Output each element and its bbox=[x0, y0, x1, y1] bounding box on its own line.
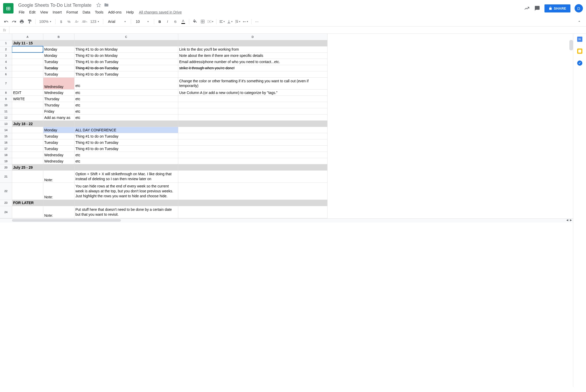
cell[interactable]: etc bbox=[74, 158, 178, 164]
number-format-select[interactable]: 123▼ bbox=[89, 19, 101, 24]
font-select[interactable]: Arial▼ bbox=[105, 19, 129, 24]
row-header[interactable]: 12 bbox=[0, 114, 12, 121]
row-header[interactable]: 9 bbox=[0, 96, 12, 102]
cell[interactable] bbox=[12, 171, 43, 183]
menu-edit[interactable]: Edit bbox=[27, 9, 38, 15]
row-header[interactable]: 18 bbox=[0, 152, 12, 158]
cell[interactable]: Use Column A (or add a new column) to ca… bbox=[178, 90, 327, 96]
menu-tools[interactable]: Tools bbox=[93, 9, 106, 15]
scrollbar-thumb[interactable] bbox=[12, 219, 121, 222]
row-header[interactable]: 11 bbox=[0, 108, 12, 114]
cell[interactable] bbox=[12, 71, 43, 77]
decrease-decimal-icon[interactable]: .0↙ bbox=[73, 18, 80, 25]
cell[interactable]: Add as many as bbox=[43, 114, 74, 121]
row-header[interactable]: 24 bbox=[0, 206, 12, 218]
keep-icon[interactable] bbox=[577, 48, 583, 54]
grid[interactable]: A B C D 1July 11 - 152MondayThing #1 to … bbox=[0, 34, 573, 387]
formula-input[interactable] bbox=[9, 26, 586, 33]
undo-icon[interactable] bbox=[3, 18, 10, 25]
cell[interactable]: Put stuff here that doesn't need to be d… bbox=[74, 206, 178, 218]
activity-icon[interactable] bbox=[524, 5, 530, 11]
row-header[interactable]: 8 bbox=[0, 90, 12, 96]
menu-format[interactable]: Format bbox=[64, 9, 80, 15]
menu-help[interactable]: Help bbox=[124, 9, 136, 15]
cell[interactable]: Wednesday bbox=[43, 158, 74, 164]
cell[interactable]: EDIT bbox=[12, 90, 43, 96]
cell[interactable] bbox=[178, 121, 327, 127]
cell[interactable] bbox=[12, 152, 43, 158]
cell[interactable] bbox=[178, 102, 327, 108]
scroll-right-icon[interactable]: ▶ bbox=[570, 219, 572, 221]
menu-addons[interactable]: Add-ons bbox=[106, 9, 124, 15]
cell[interactable] bbox=[178, 114, 327, 121]
cell[interactable] bbox=[12, 139, 43, 146]
increase-decimal-icon[interactable]: .00↘ bbox=[81, 18, 88, 25]
bold-icon[interactable]: B bbox=[156, 18, 163, 25]
cell[interactable]: Wednesday bbox=[43, 90, 74, 96]
cell[interactable]: Thing #1 to do on Tuesday bbox=[74, 133, 178, 139]
cell[interactable]: Tuesday bbox=[43, 146, 74, 152]
row-header[interactable]: 14 bbox=[0, 127, 12, 133]
col-header-D[interactable]: D bbox=[178, 34, 327, 40]
font-size-select[interactable]: 10▼ bbox=[133, 19, 152, 24]
cell[interactable]: Email address/phone number of who you ne… bbox=[178, 59, 327, 65]
cell[interactable]: Wednesday bbox=[43, 152, 74, 158]
row-header[interactable]: 19 bbox=[0, 158, 12, 164]
cell[interactable] bbox=[12, 108, 43, 114]
cell[interactable] bbox=[12, 114, 43, 121]
row-header[interactable]: 16 bbox=[0, 139, 12, 146]
row-header[interactable]: 5 bbox=[0, 65, 12, 71]
cell[interactable]: etc bbox=[74, 96, 178, 102]
cell[interactable] bbox=[178, 146, 327, 152]
cell[interactable]: Note: bbox=[43, 171, 74, 183]
cell[interactable] bbox=[12, 102, 43, 108]
italic-icon[interactable]: I bbox=[164, 18, 171, 25]
cell[interactable] bbox=[74, 164, 178, 171]
row-header[interactable]: 10 bbox=[0, 102, 12, 108]
cell[interactable]: etc bbox=[74, 77, 178, 90]
cell[interactable] bbox=[178, 96, 327, 102]
cell[interactable]: Note: bbox=[43, 183, 74, 200]
row-header[interactable]: 23 bbox=[0, 200, 12, 206]
cell[interactable] bbox=[178, 108, 327, 114]
share-button[interactable]: SHARE bbox=[544, 4, 570, 12]
cell[interactable] bbox=[74, 121, 178, 127]
vertical-align-icon[interactable]: ▼ bbox=[226, 18, 234, 25]
menu-data[interactable]: Data bbox=[80, 9, 92, 15]
comment-icon[interactable] bbox=[534, 5, 540, 11]
col-header-C[interactable]: C bbox=[74, 34, 178, 40]
cell[interactable]: strike it through when you're done! bbox=[178, 65, 327, 71]
horizontal-scrollbar[interactable]: ◀▶ bbox=[0, 218, 573, 222]
select-all-corner[interactable] bbox=[0, 34, 12, 40]
cell[interactable]: Note about the item if there are more sp… bbox=[178, 52, 327, 59]
cell[interactable]: etc bbox=[74, 102, 178, 108]
row-header[interactable]: 20 bbox=[0, 164, 12, 171]
fill-color-icon[interactable] bbox=[191, 18, 199, 25]
text-wrap-icon[interactable]: ▼ bbox=[234, 18, 241, 25]
row-header[interactable]: 7 bbox=[0, 77, 12, 90]
cell[interactable]: Thing #3 to do on Tuesday bbox=[74, 71, 178, 77]
cell[interactable]: etc bbox=[74, 90, 178, 96]
cell[interactable]: Thing #2 to do on Monday bbox=[74, 52, 178, 59]
folder-icon[interactable] bbox=[104, 3, 109, 8]
cell[interactable]: Friday bbox=[43, 108, 74, 114]
cell[interactable] bbox=[178, 206, 327, 218]
cell[interactable]: Monday bbox=[43, 127, 74, 133]
menu-insert[interactable]: Insert bbox=[51, 9, 64, 15]
cell[interactable] bbox=[12, 133, 43, 139]
row-header[interactable]: 21 bbox=[0, 171, 12, 183]
cell[interactable] bbox=[12, 65, 43, 71]
cell[interactable] bbox=[43, 40, 74, 46]
paint-format-icon[interactable] bbox=[26, 18, 33, 25]
collapse-toolbar-icon[interactable] bbox=[575, 18, 583, 25]
cell[interactable]: ALL DAY CONFERENCE bbox=[74, 127, 178, 133]
row-header[interactable]: 3 bbox=[0, 52, 12, 59]
cell[interactable] bbox=[12, 127, 43, 133]
cell[interactable] bbox=[12, 183, 43, 200]
cell[interactable]: Monday bbox=[43, 46, 74, 52]
cell[interactable] bbox=[12, 77, 43, 90]
cell[interactable] bbox=[178, 133, 327, 139]
row-header[interactable]: 6 bbox=[0, 71, 12, 77]
cell[interactable] bbox=[178, 183, 327, 200]
cell[interactable] bbox=[178, 158, 327, 164]
